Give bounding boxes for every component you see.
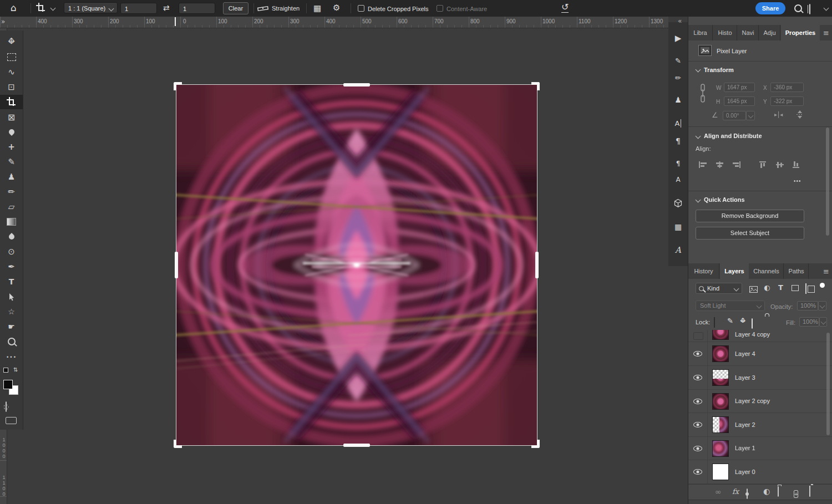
filter-shape-layers-icon[interactable] — [792, 285, 799, 291]
layer-row[interactable]: Layer 3 — [688, 366, 832, 390]
crop-handle-top-right[interactable] — [531, 82, 540, 90]
gradient-tool[interactable] — [0, 215, 23, 229]
ratio-preset-select[interactable]: 1 : 1 (Square) — [64, 2, 118, 13]
blur-tool[interactable] — [0, 230, 23, 244]
screen-mode-icon[interactable] — [6, 417, 17, 424]
eye-icon[interactable] — [693, 399, 702, 404]
brush-settings-panel-icon[interactable]: ✎ — [668, 57, 688, 65]
crop-handle-left[interactable] — [175, 252, 178, 278]
type-tool[interactable]: T — [0, 274, 23, 289]
home-icon[interactable]: ⌂ — [11, 2, 17, 13]
crop-settings-gear-icon[interactable]: ⚙ — [333, 3, 340, 13]
history-brush-tool[interactable]: ✏ — [0, 185, 23, 199]
character-panel-icon[interactable]: A — [668, 119, 688, 128]
layer-style-fx-icon[interactable]: fx — [732, 487, 739, 496]
dock-collapse-icon[interactable]: « — [678, 17, 682, 25]
marquee-tool[interactable] — [0, 50, 23, 64]
paragraph-panel-icon[interactable]: ¶ — [668, 136, 688, 145]
visibility-well[interactable] — [688, 342, 708, 365]
layer-thumbnail[interactable] — [712, 416, 729, 433]
remove-background-button[interactable]: Remove Background — [696, 210, 804, 222]
layer-row[interactable]: Layer 2 — [688, 413, 832, 437]
layer-row[interactable]: Layer 4 — [688, 342, 832, 366]
character-styles-panel-icon[interactable]: A — [668, 176, 688, 184]
layer-name[interactable]: Layer 3 — [735, 374, 755, 381]
layer-name[interactable]: Layer 0 — [735, 469, 755, 475]
visibility-well[interactable] — [688, 330, 708, 342]
chevron-down-icon[interactable] — [50, 6, 56, 11]
layer-thumbnail[interactable] — [712, 440, 729, 457]
align-top-edges-icon[interactable] — [759, 161, 767, 169]
tab-histogram[interactable]: Histo — [713, 25, 737, 40]
layer-name[interactable]: Layer 4 — [735, 350, 755, 357]
quick-mask-icon[interactable] — [6, 402, 7, 412]
filter-smart-objects-icon[interactable] — [805, 284, 806, 294]
layer-thumbnail[interactable] — [712, 393, 729, 410]
lock-artboard-icon[interactable] — [752, 319, 753, 329]
filter-pixel-layers-icon[interactable] — [749, 285, 758, 295]
share-button[interactable]: Share — [755, 2, 785, 14]
hand-tool[interactable]: ☛ — [0, 319, 23, 334]
brushes-panel-icon[interactable]: ✏ — [668, 74, 688, 82]
crop-handle-top-left[interactable] — [174, 82, 182, 90]
collapse-quick-actions-icon[interactable] — [696, 197, 701, 203]
panel-menu-icon[interactable]: ≡ — [823, 267, 829, 276]
tab-history[interactable]: History — [688, 263, 719, 279]
select-subject-button[interactable]: Select Subject — [696, 227, 804, 240]
eye-icon[interactable] — [693, 446, 702, 451]
visibility-well[interactable] — [688, 366, 708, 389]
align-horizontal-centers-icon[interactable] — [715, 161, 724, 169]
eyedropper-tool[interactable] — [0, 125, 23, 139]
align-vertical-centers-icon[interactable] — [775, 161, 784, 169]
lasso-tool[interactable]: ∿ — [0, 65, 23, 79]
new-layer-icon[interactable]: + — [794, 488, 798, 498]
pen-tool[interactable]: ✒ — [0, 259, 23, 274]
path-selection-tool[interactable] — [0, 289, 23, 304]
layer-row[interactable]: Layer 4 copy — [688, 330, 832, 342]
shape-tool[interactable]: ☆ — [0, 304, 23, 319]
crop-handle-bottom[interactable] — [343, 444, 370, 447]
healing-brush-tool[interactable]: + — [0, 140, 23, 154]
layer-name[interactable]: Layer 2 copy — [735, 398, 770, 404]
visibility-well[interactable] — [688, 390, 708, 413]
move-tool[interactable]: ↔↕ — [0, 34, 23, 49]
new-group-icon[interactable] — [778, 487, 779, 497]
lock-move-icon[interactable]: ↔↕ — [739, 317, 747, 327]
eye-icon[interactable] — [693, 375, 702, 380]
dodge-tool[interactable]: ⊙ — [0, 245, 23, 259]
properties-scrollbar[interactable] — [826, 128, 829, 236]
crop-handle-top[interactable] — [343, 83, 370, 86]
align-left-edges-icon[interactable] — [698, 161, 708, 169]
reset-crop-icon[interactable]: ↺ — [561, 2, 569, 13]
layer-thumbnail[interactable] — [712, 464, 729, 480]
layer-filter-select[interactable]: Kind — [696, 283, 742, 294]
tools-collapse-icon[interactable]: » — [1, 18, 5, 26]
patterns-panel-icon[interactable]: ▦ — [668, 222, 688, 231]
layers-scrollbar[interactable] — [826, 333, 830, 435]
glyphs-panel-icon[interactable]: A — [668, 245, 688, 255]
crop-handle-bottom-left[interactable] — [174, 440, 182, 448]
tab-libraries[interactable]: Libra — [688, 25, 713, 40]
collapse-transform-icon[interactable] — [696, 67, 701, 73]
tab-navigator[interactable]: Navi — [738, 25, 759, 40]
delete-cropped-pixels-checkbox[interactable] — [358, 5, 364, 12]
layer-thumbnail[interactable] — [712, 369, 729, 386]
workspace-icon[interactable] — [809, 4, 810, 14]
crop-tool[interactable] — [0, 95, 23, 109]
clone-source-panel-icon[interactable]: ♟ — [668, 95, 688, 104]
visibility-well[interactable] — [688, 460, 708, 483]
delete-layer-icon[interactable] — [809, 487, 810, 497]
swap-colors-icon[interactable]: ⇄ — [13, 367, 19, 371]
layer-row[interactable]: Layer 2 copy — [688, 390, 832, 413]
add-layer-mask-icon[interactable] — [747, 489, 748, 499]
align-more-options-button[interactable]: ••• — [794, 178, 801, 184]
transform-section-title[interactable]: Transform — [704, 67, 734, 73]
layer-name[interactable]: Layer 2 — [735, 421, 755, 428]
layer-thumbnail[interactable] — [712, 330, 729, 340]
frame-tool[interactable]: ⊠ — [0, 110, 23, 124]
align-section-title[interactable]: Align and Distribute — [704, 133, 762, 139]
constrain-link-icon[interactable] — [699, 83, 706, 104]
align-bottom-edges-icon[interactable] — [792, 161, 800, 169]
clear-button[interactable]: Clear — [223, 2, 248, 14]
crop-width-input[interactable]: 1 — [120, 3, 157, 14]
